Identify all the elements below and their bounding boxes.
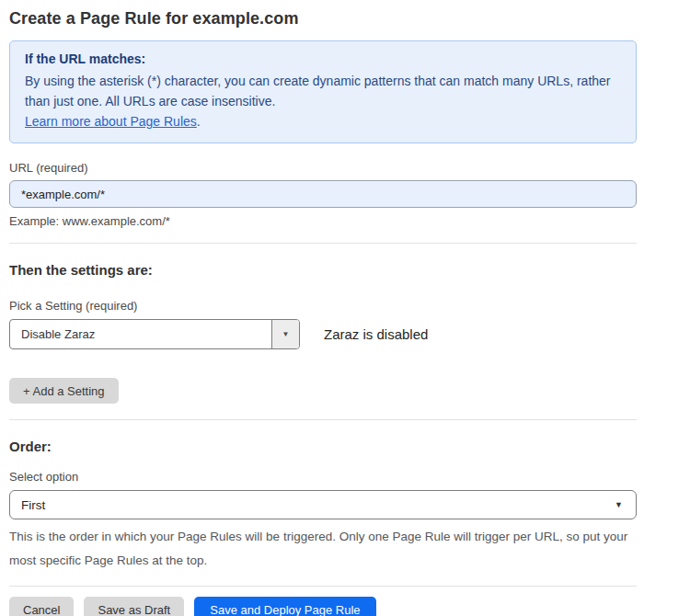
url-example-text: Example: www.example.com/* [9,214,637,228]
chevron-down-icon: ▼ [615,500,623,509]
page-title: Create a Page Rule for example.com [9,9,637,29]
save-as-draft-button[interactable]: Save as Draft [84,597,184,616]
order-select[interactable]: First ▼ [9,490,637,519]
form-actions: Cancel Save as Draft Save and Deploy Pag… [9,597,637,616]
save-and-deploy-button[interactable]: Save and Deploy Page Rule [194,597,375,616]
learn-more-link[interactable]: Learn more about Page Rules [25,114,197,129]
order-select-value: First [21,498,45,512]
url-input[interactable] [9,180,637,208]
setting-select-value: Disable Zaraz [10,320,271,348]
info-box-link-line: Learn more about Page Rules. [25,111,621,131]
settings-section-heading: Then the settings are: [9,262,637,278]
setting-status-text: Zaraz is disabled [324,326,428,342]
cancel-button[interactable]: Cancel [9,597,74,616]
info-box-body: By using the asterisk (*) character, you… [25,71,614,111]
setting-select[interactable]: Disable Zaraz ▼ [9,319,300,349]
divider [9,586,637,587]
info-box-heading: If the URL matches: [25,51,621,66]
url-field-label: URL (required) [9,161,637,175]
order-select-label: Select option [9,470,637,484]
divider [9,419,637,420]
chevron-down-icon[interactable]: ▼ [271,320,299,348]
order-help-text: This is the order in which your Page Rul… [9,525,637,573]
order-section-heading: Order: [9,439,637,454]
setting-picker-label: Pick a Setting (required) [9,299,637,313]
add-setting-button[interactable]: + Add a Setting [9,378,119,404]
link-period: . [197,114,201,129]
divider [9,243,637,244]
page-rule-form: Create a Page Rule for example.com If th… [9,0,637,616]
url-match-info-box: If the URL matches: By using the asteris… [9,40,637,143]
setting-row: Disable Zaraz ▼ Zaraz is disabled [9,319,637,349]
